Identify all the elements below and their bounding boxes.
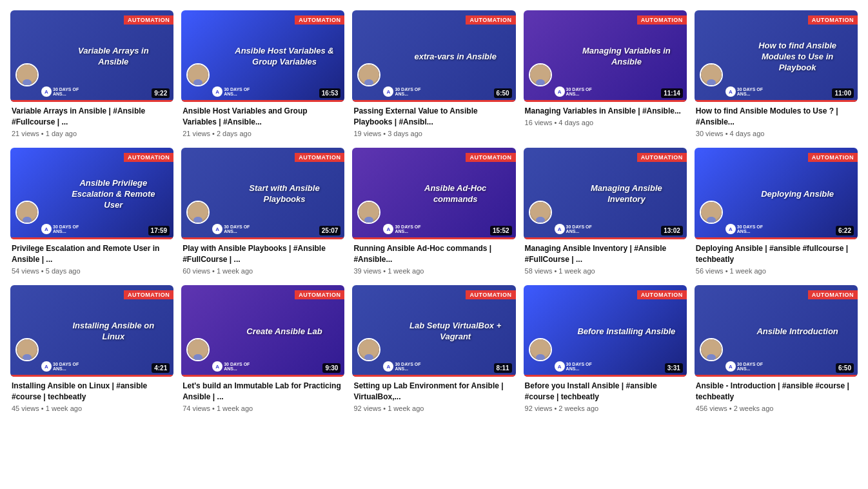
progress-bar xyxy=(10,237,173,239)
video-card[interactable]: How to find Ansible Modules to Use in Pl… xyxy=(695,10,858,137)
progress-bar xyxy=(181,100,344,102)
automation-badge: AUTOMATION xyxy=(466,153,515,162)
video-title: Privilege Escalation and Remote User in … xyxy=(12,243,172,265)
video-duration: 11:00 xyxy=(832,88,854,98)
video-info: Play with Ansible Playbooks | #Ansible #… xyxy=(181,239,344,275)
video-duration: 6:50 xyxy=(494,88,512,98)
video-card[interactable]: Start with Ansible Playbooks AUTOMATION … xyxy=(181,148,344,275)
progress-bar xyxy=(181,375,344,377)
video-title: Ansible Host Variables and Group Variabl… xyxy=(182,106,343,128)
video-duration: 3:31 xyxy=(665,363,683,373)
svg-point-25 xyxy=(364,354,373,360)
avatar xyxy=(357,338,380,361)
video-card[interactable]: Variable Arrays in Ansible AUTOMATION A … xyxy=(10,10,173,137)
video-card[interactable]: Ansible Ad-Hoc commands AUTOMATION A 30 … xyxy=(352,148,515,275)
video-card[interactable]: extra-vars in Ansible AUTOMATION A 30 DA… xyxy=(352,10,515,137)
video-meta: 30 views • 4 days ago xyxy=(696,130,856,137)
video-info: Installing Ansible on Linux | #ansible #… xyxy=(10,377,173,412)
video-card[interactable]: Installing Ansible on Linux AUTOMATION A… xyxy=(10,285,173,412)
progress-bar xyxy=(695,237,858,239)
video-card[interactable]: Create Ansible Lab AUTOMATION A 30 DAYS … xyxy=(181,285,344,412)
svg-point-8 xyxy=(709,73,714,78)
svg-point-26 xyxy=(538,348,543,353)
automation-badge: AUTOMATION xyxy=(637,153,687,162)
automation-badge: AUTOMATION xyxy=(124,290,173,299)
thumbnail-title: Create Ansible Lab xyxy=(246,326,322,337)
avatar xyxy=(186,201,210,224)
video-meta: 19 views • 3 days ago xyxy=(353,130,514,137)
video-thumbnail: Create Ansible Lab AUTOMATION A 30 DAYS … xyxy=(181,285,344,377)
video-info: Let's build an Immutable Lab for Practic… xyxy=(181,377,344,412)
thumbnail-title: extra-vars in Ansible xyxy=(414,52,496,63)
svg-point-18 xyxy=(709,210,714,215)
video-card[interactable]: Ansible Privilege Escalation & Remote Us… xyxy=(10,148,173,275)
video-thumbnail: Ansible Privilege Escalation & Remote Us… xyxy=(10,148,173,239)
video-card[interactable]: Managing Variables in Ansible AUTOMATION… xyxy=(524,10,687,137)
brand-logo: A 30 DAYS OFANS... xyxy=(41,86,79,97)
brand-logo: A 30 DAYS OFANS... xyxy=(383,361,420,372)
avatar xyxy=(186,338,210,361)
svg-point-2 xyxy=(195,73,201,78)
brand-logo: A 30 DAYS OFANS... xyxy=(725,86,763,97)
automation-badge: AUTOMATION xyxy=(466,290,515,299)
svg-point-16 xyxy=(538,210,543,215)
thumbnail-title: Before Installing Ansible xyxy=(577,326,675,337)
svg-point-29 xyxy=(707,354,716,360)
video-card[interactable]: Ansible Introduction AUTOMATION A 30 DAY… xyxy=(695,285,858,412)
thumbnail-title: Deploying Ansible xyxy=(761,189,834,200)
video-grid: Variable Arrays in Ansible AUTOMATION A … xyxy=(10,10,858,412)
svg-point-28 xyxy=(709,348,714,353)
video-title: Running Ansible Ad-Hoc commands | #Ansib… xyxy=(353,243,514,265)
video-duration: 4:21 xyxy=(152,363,170,373)
svg-point-9 xyxy=(707,79,716,85)
avatar xyxy=(700,63,723,86)
video-info: Before you Install Ansible | #ansible #c… xyxy=(524,377,687,412)
avatar xyxy=(529,63,552,86)
video-info: Deploying Ansible | #ansible #fullcourse… xyxy=(695,239,858,275)
video-title: How to find Ansible Modules to Use ? | #… xyxy=(696,106,856,128)
automation-badge: AUTOMATION xyxy=(295,290,344,299)
video-card[interactable]: Deploying Ansible AUTOMATION A 30 DAYS O… xyxy=(695,148,858,275)
video-duration: 11:14 xyxy=(661,88,683,98)
brand-logo: A 30 DAYS OFANS... xyxy=(212,224,250,234)
svg-point-7 xyxy=(536,79,545,85)
video-info: Variable Arrays in Ansible | #Ansible #F… xyxy=(10,102,173,137)
video-thumbnail: Before Installing Ansible AUTOMATION A 3… xyxy=(524,285,687,377)
video-duration: 9:22 xyxy=(152,88,170,98)
avatar xyxy=(15,63,39,86)
progress-bar xyxy=(695,375,858,377)
video-card[interactable]: Managing Ansible Inventory AUTOMATION A … xyxy=(524,148,687,275)
avatar xyxy=(357,201,380,224)
automation-badge: AUTOMATION xyxy=(637,15,687,25)
video-duration: 6:22 xyxy=(836,226,854,235)
progress-bar xyxy=(524,100,687,102)
avatar xyxy=(700,201,723,224)
automation-badge: AUTOMATION xyxy=(808,290,858,299)
thumbnail-title: Managing Ansible Inventory xyxy=(577,183,676,205)
video-duration: 13:02 xyxy=(661,226,683,235)
svg-point-21 xyxy=(23,354,32,360)
video-card[interactable]: Lab Setup VirtualBox + Vagrant AUTOMATIO… xyxy=(352,285,515,412)
video-duration: 25:07 xyxy=(319,226,341,235)
progress-bar xyxy=(10,100,173,102)
video-duration: 15:52 xyxy=(490,226,512,235)
video-meta: 56 views • 1 week ago xyxy=(696,267,856,275)
progress-bar xyxy=(352,100,515,102)
video-meta: 92 views • 2 weeks ago xyxy=(525,404,686,412)
video-thumbnail: Ansible Host Variables & Group Variables… xyxy=(181,10,344,102)
video-card[interactable]: Ansible Host Variables & Group Variables… xyxy=(181,10,344,137)
svg-point-20 xyxy=(25,348,30,353)
thumbnail-title: How to find Ansible Modules to Use in Pl… xyxy=(748,41,847,74)
svg-point-22 xyxy=(195,348,201,353)
automation-badge: AUTOMATION xyxy=(466,15,515,25)
video-title: Let's build an Immutable Lab for Practic… xyxy=(182,381,343,403)
svg-point-14 xyxy=(366,210,371,215)
progress-bar xyxy=(352,375,515,377)
avatar xyxy=(357,63,380,86)
video-title: Managing Variables in Ansible | #Ansible… xyxy=(525,106,686,117)
video-card[interactable]: Before Installing Ansible AUTOMATION A 3… xyxy=(524,285,687,412)
video-info: How to find Ansible Modules to Use ? | #… xyxy=(695,102,858,137)
brand-logo: A 30 DAYS OFANS... xyxy=(212,86,250,97)
video-thumbnail: Deploying Ansible AUTOMATION A 30 DAYS O… xyxy=(695,148,858,239)
video-info: Setting up Lab Environment for Ansible |… xyxy=(352,377,515,412)
